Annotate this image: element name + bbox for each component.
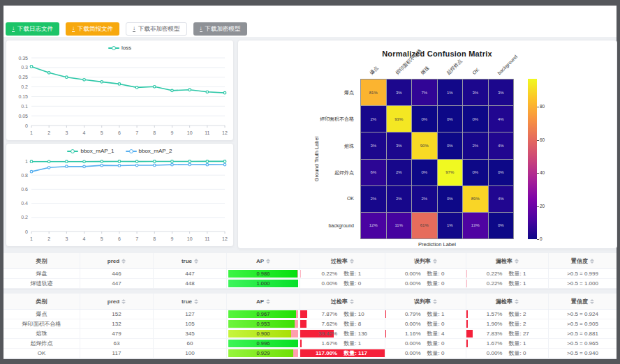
svg-text:12: 12	[222, 236, 228, 241]
sort-caret-icon	[121, 259, 126, 264]
download-unencrypted-model-button[interactable]: ↓ 下载非加密模型	[126, 22, 187, 36]
legend-item-bbox_mAP_2[interactable]: bbox_mAP_2	[126, 148, 172, 154]
toolbar: ↓ 下载日志文件 ↓ 下载简报文件 ↓ 下载非加密模型 ↓ 下载加密模型	[3, 6, 617, 37]
cm-row-label: 熔珠	[277, 143, 354, 150]
table-row: 起焊炸点63600.9961.67%数量: 10.00%数量: 01.67%数量…	[3, 339, 617, 349]
download-log-button[interactable]: ↓ 下载日志文件	[6, 22, 59, 36]
cell-class: 起焊炸点	[3, 339, 80, 348]
cell-pred: 447	[80, 279, 154, 288]
col-header-1[interactable]: pred	[80, 253, 154, 268]
cm-cell: 1%	[438, 213, 463, 238]
col-header-7[interactable]: 置信度	[549, 294, 617, 309]
cm-row-label: 爆点	[277, 89, 354, 96]
rate-count: 数量: 4	[421, 330, 464, 338]
cm-col-label: OK	[471, 66, 480, 76]
cell-confidence: >0.5 = 0.881	[549, 329, 617, 338]
table-row: OK1171000.929117.00%数量: 1170.00%数量: 00.0…	[3, 349, 617, 358]
colorbar-tick: 0	[540, 237, 542, 241]
loss-chart-card: loss 00.050.10.150.20.250.30.35123456789…	[6, 40, 234, 141]
download-icon: ↓	[72, 26, 75, 32]
col-header-4[interactable]: 过检率	[300, 294, 385, 309]
cm-cell: 0%	[438, 186, 463, 212]
rate-count: 数量: 0	[421, 270, 464, 278]
cm-row-label: 焊印面积不合格	[277, 116, 354, 123]
col-header-3[interactable]: AP	[227, 253, 300, 268]
legend-item-loss[interactable]: loss	[108, 45, 131, 51]
download-encrypted-model-button[interactable]: ↓ 下载加密模型	[193, 22, 247, 36]
col-header-2[interactable]: true	[154, 253, 227, 268]
svg-text:0.1: 0.1	[21, 104, 28, 109]
defect-metrics-table: 类别predtrueAP过检率误判率漏检率置信度爆点1521270.9677.8…	[3, 294, 617, 359]
cm-cell: 0%	[489, 160, 514, 185]
rate-bar	[385, 330, 386, 338]
table-row: 焊缝轨迹4474481.0000.00%数量: 00.00%数量: 00.22%…	[3, 279, 617, 289]
col-header-4[interactable]: 过检率	[300, 253, 385, 268]
svg-text:11: 11	[205, 130, 209, 135]
rate-count: 数量: 1	[502, 280, 546, 287]
cm-cell: 3%	[463, 79, 488, 105]
cell-miss-rate: 7.83%数量: 27	[466, 329, 549, 338]
svg-text:10: 10	[187, 130, 193, 135]
cell-pred: 63	[80, 339, 154, 348]
cm-col-label: 爆点	[369, 65, 380, 76]
cm-row-label: OK	[277, 196, 354, 201]
cm-cell: 13%	[463, 213, 488, 238]
confusion-matrix-xlabel: Prediction Label	[360, 241, 514, 248]
map-chart: 00.20.40.60.81123456789101112	[6, 156, 233, 245]
rate-bar	[466, 280, 467, 287]
svg-text:10: 10	[187, 236, 193, 241]
cell-class: 熔珠	[3, 329, 80, 338]
cell-confidence: >0.5 = 0.965	[549, 339, 617, 348]
legend-item-bbox_mAP_1[interactable]: bbox_mAP_1	[67, 148, 114, 154]
svg-text:6: 6	[118, 236, 121, 241]
sort-caret-icon	[590, 299, 594, 304]
cm-cell: 0%	[412, 106, 437, 132]
cell-mis-rate: 0.00%数量: 0	[385, 279, 466, 288]
cell-confidence: >0.5 = 0.940	[549, 349, 617, 358]
sort-caret-icon	[515, 259, 519, 264]
col-header-5[interactable]: 误判率	[385, 253, 466, 268]
cell-ap: 0.929	[227, 349, 300, 358]
ap-value: 0.996	[257, 340, 270, 347]
cm-cell: 11%	[387, 213, 412, 238]
col-header-6[interactable]: 漏检率	[466, 294, 549, 309]
sort-caret-icon	[350, 299, 354, 304]
col-header-3[interactable]: AP	[227, 294, 300, 309]
rate-value: 7.83%	[468, 331, 502, 337]
cm-cell: 93%	[387, 106, 412, 132]
cell-confidence: >0.5 = 0.905	[549, 319, 617, 328]
sort-caret-icon	[433, 299, 437, 304]
cm-cell: 2%	[361, 106, 386, 132]
svg-text:2: 2	[47, 130, 50, 135]
table-row: 焊盘4464470.9860.22%数量: 10.00%数量: 00.22%数量…	[3, 269, 617, 279]
col-header-1[interactable]: pred	[80, 294, 154, 309]
colorbar-tick: 60	[540, 138, 545, 142]
ap-value: 0.967	[257, 311, 270, 317]
cell-true: 60	[154, 339, 227, 348]
col-header-6[interactable]: 漏检率	[466, 253, 549, 268]
col-header-5[interactable]: 误判率	[385, 294, 466, 309]
cm-cell: 0%	[412, 160, 437, 185]
loss-chart-legend: loss	[6, 45, 233, 51]
download-log-label: 下载日志文件	[17, 25, 53, 33]
download-report-button[interactable]: ↓ 下载简报文件	[66, 22, 119, 36]
svg-text:9: 9	[171, 130, 174, 135]
cell-true: 448	[154, 279, 227, 288]
svg-text:0.05: 0.05	[18, 114, 28, 119]
download-icon: ↓	[12, 26, 15, 32]
col-header-2[interactable]: true	[154, 294, 227, 309]
cm-cell: 0%	[438, 106, 463, 132]
legend-label: bbox_mAP_1	[80, 148, 114, 154]
cell-mis-rate: 0.00%数量: 0	[385, 319, 466, 328]
cm-cell: 81%	[361, 79, 386, 105]
cell-over-rate: 117.00%数量: 117	[300, 349, 385, 358]
cell-ap: 0.900	[227, 329, 300, 338]
col-header-7[interactable]: 置信度	[549, 253, 617, 268]
rate-count: 数量: 10	[337, 310, 383, 318]
cm-cell: 6%	[361, 160, 386, 185]
download-unencrypted-model-label: 下载非加密模型	[138, 25, 180, 33]
rate-count: 数量: 0	[421, 320, 464, 328]
cm-cell: 12%	[361, 213, 386, 238]
svg-text:0.8: 0.8	[21, 173, 28, 178]
cell-class: 爆点	[3, 310, 80, 319]
